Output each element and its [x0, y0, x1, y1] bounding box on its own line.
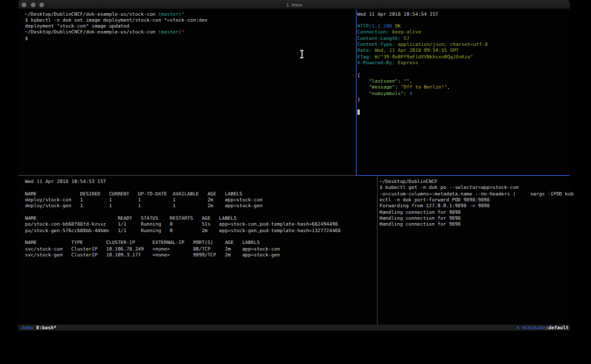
- prompt-symbol: $: [25, 35, 208, 41]
- pane-divider-vertical[interactable]: [377, 176, 378, 325]
- title-bar[interactable]: 1. tmux: [18, 0, 570, 9]
- json-row: "lastseen": "",: [357, 78, 488, 84]
- git-dirty-flag: *: [181, 29, 184, 35]
- json-row: "message": "Off to Berlin!",: [357, 84, 488, 90]
- tmux-status-right: ⎈ minikube:default: [517, 325, 569, 331]
- http-header: ETag: W/"39-0xBPf9aF1dXVNkhsxoBQgJ8vKzo": [357, 54, 488, 60]
- pane-bottom-right[interactable]: ~/Desktop/DublinCNCF $ kubectl get -n do…: [380, 178, 574, 228]
- git-dirty-flag: *: [181, 11, 184, 17]
- window-title: 1. tmux: [18, 2, 570, 8]
- http-header: Content-Type: application/json; charset=…: [357, 41, 488, 47]
- command-output: deployment "stock-con" image updated: [25, 23, 208, 29]
- tmux-session-name: demo: [22, 325, 33, 331]
- http-ok: OK: [395, 23, 401, 29]
- pane-top-right[interactable]: Wed 11 Apr 2018 10:54:54 ISTHTTP/1.1 200…: [357, 11, 488, 103]
- json-brace: }: [357, 96, 488, 102]
- prompt-path: ~/Desktop/DublinCNCF/dok-example-us/stoc…: [25, 11, 158, 17]
- http-header: Connection: keep-alive: [357, 29, 488, 35]
- http-version-status: /1.1 200: [369, 23, 395, 29]
- pane-divider-horizontal[interactable]: [18, 175, 356, 176]
- prompt-line: ~/Desktop/DublinCNCF/dok-example-us/stoc…: [25, 29, 208, 35]
- http-status-line: HTTP/1.1 200 OK: [357, 23, 488, 29]
- json-row: "numsymbols": 4: [357, 91, 488, 96]
- active-pane-border-horizontal[interactable]: [356, 175, 570, 176]
- http-header: X-Powered-By: Express: [357, 60, 488, 66]
- port-forward-output: ~/Desktop/DublinCNCF $ kubectl get -n do…: [380, 178, 574, 228]
- git-branch: (master): [158, 11, 181, 17]
- terminal-window: 1. tmux ~/Desktop/DublinCNCF/dok-example…: [18, 0, 570, 331]
- kubectl-watch-output: Wed 11 Apr 2018 10:54:53 IST NAME DESIRE…: [25, 178, 341, 258]
- timestamp: Wed 11 Apr 2018 10:54:54 IST: [357, 11, 488, 17]
- terminal-cursor: [357, 110, 360, 115]
- command-line: $ kubectl -n dok set image deployment/st…: [25, 17, 208, 23]
- pane-top-left[interactable]: ~/Desktop/DublinCNCF/dok-example-us/stoc…: [25, 11, 208, 42]
- prompt-line: ~/Desktop/DublinCNCF/dok-example-us/stoc…: [25, 11, 208, 17]
- tmux-status-bar: demo 0:bash*⎈ minikube:default: [18, 325, 570, 331]
- kube-context: minikube: [522, 325, 545, 331]
- http-header: Content-Length: 57: [357, 35, 488, 41]
- git-branch: (master): [158, 29, 181, 35]
- active-pane-border-vertical[interactable]: [356, 9, 357, 175]
- http-header: Date: Wed, 11 Apr 2018 09:54:55 GMT: [357, 47, 488, 53]
- kube-namespace: :default: [546, 325, 569, 331]
- prompt-path: ~/Desktop/DublinCNCF/dok-example-us/stoc…: [25, 29, 158, 35]
- http-proto: HTTP: [357, 23, 369, 29]
- tmux-window-name[interactable]: 0:bash*: [36, 325, 56, 331]
- tmux-status-left: demo 0:bash*: [22, 325, 56, 331]
- mouse-ibeam-cursor: [301, 50, 303, 58]
- json-brace: {: [357, 72, 488, 78]
- pane-bottom-left[interactable]: Wed 11 Apr 2018 10:54:53 IST NAME DESIRE…: [25, 178, 341, 258]
